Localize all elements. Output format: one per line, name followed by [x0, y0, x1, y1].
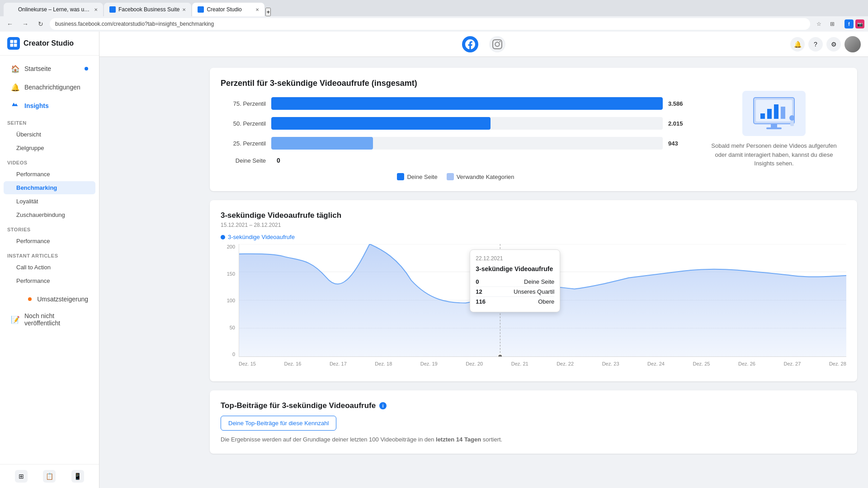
percentile-25-value: 943 [668, 140, 691, 147]
sidebar-item-call-to-action[interactable]: Call to Action [4, 261, 95, 274]
sidebar: Creator Studio 🏠 Startseite 🔔 Benachrich… [0, 32, 99, 488]
mobile-icon[interactable]: 📱 [71, 470, 84, 483]
sidebar-item-loyalitat[interactable]: Loyalität [4, 195, 95, 208]
legend-label-my-page: Deine Seite [407, 174, 437, 180]
umsatzsteigerung-badge [28, 297, 32, 301]
table-icon[interactable]: 📋 [43, 470, 56, 483]
top-posts-description: Die Ergebnisse werden auf der Grundlage … [221, 436, 846, 443]
main-content: Perzentil für 3-sekündige Videoaufrufe (… [199, 57, 868, 488]
sidebar-item-benchmarking[interactable]: Benchmarking [4, 181, 95, 194]
sidebar-item-startseite[interactable]: 🏠 Startseite [4, 60, 95, 78]
my-page-value: 0 [277, 157, 280, 164]
top-posts-title-text: Top-Beiträge für 3-sekündige Videoaufruf… [221, 401, 376, 410]
startseite-badge [85, 67, 88, 70]
x-label-dez19: Dez. 19 [420, 361, 438, 366]
browser-tab-3[interactable]: Creator Studio ✕ [192, 3, 264, 16]
percentile-row-50: 50. Perzentil 2.015 [221, 117, 691, 130]
tab-close-2[interactable]: ✕ [182, 7, 186, 12]
sidebar-item-ubersicht[interactable]: Übersicht [4, 128, 95, 141]
videos-performance-label: Performance [16, 171, 50, 178]
sidebar-item-insights[interactable]: Insights [4, 97, 95, 115]
chart-title: 3-sekündige Videoaufrufe täglich [221, 211, 846, 220]
my-page-label: Deine Seite [221, 157, 266, 164]
browser-tab-1[interactable]: Onlinekurse – Lerne, was un... ✕ [4, 3, 103, 16]
illustration-text: Sobald mehr Personen deine Videos aufger… [711, 141, 837, 168]
instagram-platform-icon[interactable] [489, 36, 505, 52]
x-label-dez15: Dez. 15 [239, 361, 256, 366]
sidebar-item-ia-performance[interactable]: Performance [4, 274, 95, 287]
stories-section-label: Stories [0, 223, 99, 234]
x-label-dez21: Dez. 21 [511, 361, 528, 366]
chart-legend-label: 3-sekündige Videoaufrufe [228, 234, 295, 240]
help-button[interactable]: ? [808, 37, 823, 52]
x-label-dez26: Dez. 26 [738, 361, 755, 366]
reload-button[interactable]: ↻ [34, 18, 47, 30]
illustration-area: Sobald mehr Personen deine Videos aufger… [702, 79, 846, 180]
chart-line-legend: 3-sekündige Videoaufrufe [221, 234, 846, 240]
address-bar[interactable]: business.facebook.com/creatorstudio?tab=… [50, 18, 810, 30]
back-button[interactable]: ← [4, 18, 16, 30]
settings-button[interactable]: ⚙ [826, 37, 841, 52]
creator-studio-logo [7, 37, 20, 50]
umsatzsteigerung-label: Umsatzsteigerung [37, 296, 88, 303]
percentile-75-bar [271, 97, 663, 110]
browser-tab-2[interactable]: Facebook Business Suite ✕ [104, 3, 191, 16]
new-tab-button[interactable]: + [265, 8, 271, 16]
chart-card: 3-sekündige Videoaufrufe täglich 15.12.2… [210, 200, 857, 381]
user-avatar[interactable] [844, 36, 861, 52]
y-label-200: 200 [221, 244, 235, 249]
percentile-card: Perzentil für 3-sekündige Videoaufrufe (… [210, 68, 857, 191]
percentile-row-25: 25. Perzentil 943 [221, 137, 691, 150]
tab-close-3[interactable]: ✕ [255, 7, 259, 12]
extensions-button[interactable]: ⊞ [826, 18, 838, 30]
grid-view-icon[interactable]: ⊞ [15, 470, 28, 483]
sidebar-item-umsatzsteigerung[interactable]: Umsatzsteigerung [4, 291, 95, 307]
browser-toolbar: ← → ↻ business.facebook.com/creatorstudi… [0, 16, 868, 32]
sidebar-nav: 🏠 Startseite 🔔 Benachrichtigungen Insigh… [0, 56, 99, 464]
sidebar-item-zuschauerbindung[interactable]: Zuschauerbindung [4, 208, 95, 221]
sidebar-item-benachrichtigungen[interactable]: 🔔 Benachrichtigungen [4, 78, 95, 96]
chart-y-labels: 200 150 100 50 0 [221, 244, 235, 357]
top-posts-info-icon[interactable]: i [379, 402, 387, 409]
svg-rect-10 [771, 124, 777, 127]
percentile-25-bar-container [271, 137, 663, 150]
noch-nicht-label: Noch nicht veröffentlicht [24, 312, 88, 327]
bookmark-button[interactable]: ☆ [813, 18, 825, 30]
chart-svg-area: 22.12.2021 3-sekündige Videoaufrufe 0 De… [239, 244, 846, 357]
facebook-platform-icon[interactable] [462, 36, 478, 52]
illustration-image [742, 91, 806, 136]
sidebar-item-zielgruppe[interactable]: Zielgruppe [4, 141, 95, 155]
sidebar-item-noch-nicht[interactable]: 📝 Noch nicht veröffentlicht [4, 308, 95, 331]
ia-performance-label: Performance [16, 277, 50, 284]
svg-rect-9 [781, 107, 785, 119]
tab-favicon-2 [109, 6, 116, 13]
x-label-dez23: Dez. 23 [602, 361, 619, 366]
sidebar-item-stories-performance[interactable]: Performance [4, 235, 95, 248]
percentile-row-75: 75. Perzentil 3.586 [221, 97, 691, 110]
sidebar-startseite-label: Startseite [24, 65, 51, 72]
bell-icon: 🔔 [11, 83, 20, 92]
chart-tooltip: 22.12.2021 3-sekündige Videoaufrufe 0 De… [470, 249, 560, 312]
legend-label-categories: Verwandte Kategorien [457, 174, 514, 180]
svg-rect-7 [767, 109, 772, 119]
tooltip-val-0: 0 [476, 278, 479, 285]
zielgruppe-label: Zielgruppe [16, 145, 44, 151]
svg-rect-2 [10, 44, 14, 47]
sidebar-item-videos-performance[interactable]: Performance [4, 168, 95, 181]
top-posts-button[interactable]: Deine Top-Beiträge für diese Kennzahl [221, 416, 336, 431]
percentile-content: Perzentil für 3-sekündige Videoaufrufe (… [221, 79, 846, 180]
svg-point-12 [789, 115, 795, 121]
x-label-dez27: Dez. 27 [783, 361, 801, 366]
app-container: 🔔 ? ⚙ Creator Studio 🏠 Startseite 🔔 Bena… [0, 32, 868, 488]
tab-close-1[interactable]: ✕ [94, 7, 98, 12]
notifications-button[interactable]: 🔔 [790, 37, 805, 52]
loyalitat-label: Loyalität [16, 198, 38, 205]
tooltip-val-1: 12 [476, 288, 482, 295]
x-label-dez22: Dez. 22 [557, 361, 574, 366]
x-label-dez28: Dez. 28 [829, 361, 846, 366]
home-icon: 🏠 [11, 64, 20, 73]
forward-button[interactable]: → [19, 18, 32, 30]
tooltip-label-0: Deine Seite [524, 278, 554, 285]
call-to-action-label: Call to Action [16, 264, 51, 271]
chart-container: 200 150 100 50 0 [221, 244, 846, 371]
